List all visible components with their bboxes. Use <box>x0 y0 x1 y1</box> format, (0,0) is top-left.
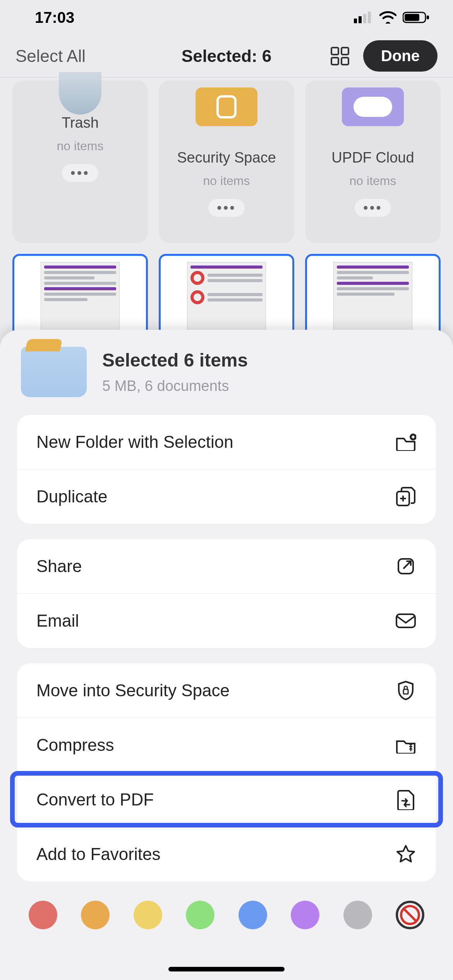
action-convert-pdf[interactable]: Convert to PDF <box>17 772 436 827</box>
tag-orange[interactable] <box>81 901 110 929</box>
action-label: Move into Security Space <box>36 681 230 700</box>
folder-item-count: no items <box>350 174 396 188</box>
folder-item-count: no items <box>57 139 104 153</box>
trash-icon <box>59 72 101 115</box>
action-label: Add to Favorites <box>36 845 160 864</box>
tag-gray[interactable] <box>343 901 372 929</box>
action-group-organize: New Folder with Selection Duplicate <box>17 415 436 524</box>
home-indicator <box>168 967 285 971</box>
action-label: Share <box>36 557 82 576</box>
svg-rect-10 <box>341 58 348 65</box>
color-tag-row <box>17 897 436 929</box>
action-group-share: Share Email <box>17 539 436 648</box>
share-icon <box>395 555 417 577</box>
action-move-security[interactable]: Move into Security Space <box>17 663 436 718</box>
action-compress[interactable]: Compress <box>17 718 436 772</box>
svg-rect-9 <box>331 58 338 65</box>
svg-rect-8 <box>341 48 348 55</box>
selection-folder-icon <box>21 347 87 397</box>
status-time: 17:03 <box>23 9 74 26</box>
action-share[interactable]: Share <box>17 539 436 593</box>
svg-rect-7 <box>331 48 338 55</box>
lock-folder-icon <box>196 87 257 126</box>
tag-green[interactable] <box>186 901 214 929</box>
email-icon <box>395 610 417 632</box>
svg-rect-14 <box>396 614 415 627</box>
folder-more-button[interactable]: ••• <box>62 164 98 182</box>
selection-count-title: Selected: 6 <box>182 46 271 66</box>
tag-red[interactable] <box>29 901 57 929</box>
cellular-icon <box>354 12 373 23</box>
tag-none[interactable] <box>396 901 424 929</box>
svg-rect-0 <box>354 19 357 23</box>
tag-yellow[interactable] <box>134 901 162 929</box>
done-button[interactable]: Done <box>363 40 438 72</box>
action-label: Convert to PDF <box>36 790 154 809</box>
action-new-folder[interactable]: New Folder with Selection <box>17 415 436 469</box>
action-label: Email <box>36 611 79 630</box>
folder-more-button[interactable]: ••• <box>355 199 391 217</box>
view-mode-button[interactable] <box>330 46 350 66</box>
svg-rect-2 <box>363 14 366 23</box>
sheet-header: Selected 6 items 5 MB, 6 documents <box>17 347 436 397</box>
svg-rect-3 <box>368 12 371 23</box>
svg-rect-5 <box>405 14 419 21</box>
action-label: Duplicate <box>36 487 107 506</box>
sheet-subtitle: 5 MB, 6 documents <box>102 378 248 394</box>
tag-blue[interactable] <box>239 901 267 929</box>
selection-nav-bar: Select All Selected: 6 Done <box>0 35 453 77</box>
wifi-icon <box>379 11 396 24</box>
document-thumbnail <box>187 262 266 337</box>
action-group-file: Move into Security Space Compress Conver… <box>17 663 436 881</box>
compress-icon <box>395 734 417 756</box>
document-thumbnail <box>41 262 120 337</box>
folder-updf-cloud[interactable]: UPDF Cloud no items ••• <box>305 81 441 243</box>
grid-icon <box>330 46 350 66</box>
actions-bottom-sheet: Selected 6 items 5 MB, 6 documents New F… <box>0 330 453 980</box>
svg-rect-1 <box>359 16 362 23</box>
action-label: Compress <box>36 735 114 755</box>
cloud-folder-icon <box>342 87 404 126</box>
document-thumbnail <box>333 262 412 337</box>
folder-security-space[interactable]: Security Space no items ••• <box>159 81 294 243</box>
status-icons <box>354 11 430 24</box>
folder-more-button[interactable]: ••• <box>208 199 245 217</box>
star-icon <box>395 843 417 865</box>
shield-lock-icon <box>395 680 417 701</box>
items-grid: Trash no items ••• Security Space no ite… <box>12 81 441 347</box>
select-all-button[interactable]: Select All <box>15 46 86 66</box>
status-bar: 17:03 <box>0 0 453 35</box>
action-email[interactable]: Email <box>17 593 436 648</box>
action-label: New Folder with Selection <box>36 432 233 452</box>
folder-name: Security Space <box>177 149 276 166</box>
convert-icon <box>395 789 417 810</box>
folder-trash[interactable]: Trash no items ••• <box>12 81 148 243</box>
folder-item-count: no items <box>203 174 250 188</box>
sheet-title: Selected 6 items <box>102 350 248 371</box>
duplicate-icon <box>395 486 417 507</box>
tag-purple[interactable] <box>291 901 319 929</box>
action-duplicate[interactable]: Duplicate <box>17 469 436 524</box>
folder-name: Trash <box>62 115 99 131</box>
svg-rect-15 <box>403 689 408 694</box>
battery-icon <box>403 11 430 24</box>
new-folder-icon <box>395 431 417 453</box>
folder-name: UPDF Cloud <box>331 149 414 166</box>
action-add-favorites[interactable]: Add to Favorites <box>17 827 436 881</box>
svg-rect-6 <box>427 15 429 19</box>
